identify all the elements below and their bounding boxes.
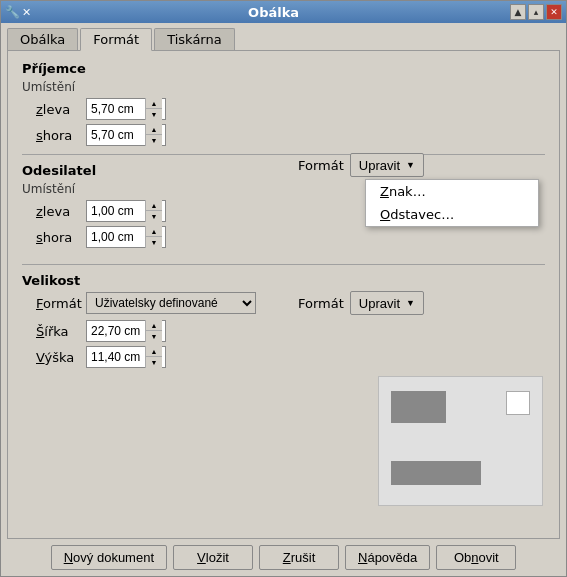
main-content: Příjemce Umístění zleva ▲ ▼ (7, 50, 560, 539)
tabs-bar: Obálka Formát Tiskárna (1, 23, 566, 50)
odesilatel-format-row: Formát Upravit ▼ (298, 291, 424, 315)
bottom-bar: Nový dokument Vložit Zrušit Nápověda Obn… (1, 539, 566, 576)
titlebar-buttons: ▲ ▴ ✕ (510, 4, 562, 20)
prijemce-shora-up[interactable]: ▲ (146, 124, 162, 135)
prijemce-shora-label: shora (36, 128, 86, 143)
velikost-vyska-spinbtns: ▲ ▼ (145, 346, 162, 368)
prijemce-format-row: Formát Upravit ▼ (298, 153, 424, 177)
titlebar: 🔧 ✕ Obálka ▲ ▴ ✕ (1, 1, 566, 23)
odesilatel-shora-input[interactable] (87, 227, 145, 247)
prijemce-section: Příjemce Umístění zleva ▲ ▼ (22, 61, 545, 146)
tab-obalka[interactable]: Obálka (7, 28, 78, 51)
nav-up-button[interactable]: ▲ (510, 4, 526, 20)
format-dropdown-menu: Znak… Odstavec… (365, 179, 539, 227)
prijemce-zleva-row: zleva ▲ ▼ (36, 98, 545, 120)
prijemce-format-btn-label: Upravit (359, 158, 400, 173)
envelope-recipient-box (391, 461, 481, 485)
divider-2 (22, 264, 545, 265)
prijemce-title: Příjemce (22, 61, 545, 76)
prijemce-format-arrow-icon: ▼ (406, 160, 415, 170)
envelope-stamp-box (506, 391, 530, 415)
velikost-sirka-row: Šířka ▲ ▼ (36, 320, 545, 342)
velikost-format-label: Formát (36, 296, 86, 311)
obnovit-label: Obnovit (454, 550, 499, 565)
odesilatel-shora-up[interactable]: ▲ (146, 226, 162, 237)
tab-tiskarna[interactable]: Tiskárna (154, 28, 235, 51)
velikost-sirka-input[interactable] (87, 321, 145, 341)
odesilatel-format-button[interactable]: Upravit ▼ (350, 291, 424, 315)
velikost-sirka-label: Šířka (36, 324, 86, 339)
window-icon-left: 🔧 (5, 5, 20, 19)
zrusit-button[interactable]: Zrušit (259, 545, 339, 570)
window-title: Obálka (37, 5, 510, 20)
odesilatel-zleva-down[interactable]: ▼ (146, 211, 162, 222)
velikost-vyska-label: Výška (36, 350, 86, 365)
velikost-format-row: Formát Uživatelsky definované DL C5 C4 (36, 292, 545, 314)
zrusit-label: Zrušit (283, 550, 316, 565)
prijemce-rows: zleva ▲ ▼ shora (36, 98, 545, 146)
odesilatel-title: Odesilatel (22, 163, 545, 178)
odesilatel-shora-spinbtns: ▲ ▼ (145, 226, 162, 248)
close-button[interactable]: ✕ (546, 4, 562, 20)
velikost-section: Velikost Formát Uživatelsky definované D… (22, 273, 545, 368)
velikost-sirka-spinbtns: ▲ ▼ (145, 320, 162, 342)
napoveda-button[interactable]: Nápověda (345, 545, 430, 570)
odesilatel-shora-down[interactable]: ▼ (146, 237, 162, 248)
envelope-preview (378, 376, 543, 506)
velikost-vyska-row: Výška ▲ ▼ (36, 346, 545, 368)
prijemce-shora-row: shora ▲ ▼ (36, 124, 545, 146)
odesilatel-zleva-up[interactable]: ▲ (146, 200, 162, 211)
velikost-vyska-down[interactable]: ▼ (146, 357, 162, 368)
velikost-title: Velikost (22, 273, 545, 288)
dropdown-item-znak[interactable]: Znak… (366, 180, 538, 203)
odesilatel-zleva-input[interactable] (87, 201, 145, 221)
odesilatel-shora-label: shora (36, 230, 86, 245)
prijemce-shora-spinbtns: ▲ ▼ (145, 124, 162, 146)
tab-tiskarna-label: Tiskárna (167, 32, 222, 47)
prijemce-zleva-down[interactable]: ▼ (146, 109, 162, 120)
envelope-sender-box (391, 391, 446, 423)
velikost-rows: Formát Uživatelsky definované DL C5 C4 Š… (36, 292, 545, 368)
vlozit-label: Vložit (197, 550, 229, 565)
velikost-sirka-down[interactable]: ▼ (146, 331, 162, 342)
velikost-vyska-input[interactable] (87, 347, 145, 367)
tab-format-label: Formát (93, 32, 139, 47)
dropdown-item-odstavec[interactable]: Odstavec… (366, 203, 538, 226)
velikost-sirka-up[interactable]: ▲ (146, 320, 162, 331)
prijemce-zleva-input[interactable] (87, 99, 145, 119)
prijemce-zleva-label: zleva (36, 102, 86, 117)
velikost-format-select[interactable]: Uživatelsky definované DL C5 C4 (86, 292, 256, 314)
prijemce-zleva-spinner[interactable]: ▲ ▼ (86, 98, 166, 120)
nav-up2-button[interactable]: ▴ (528, 4, 544, 20)
odesilatel-shora-row: shora ▲ ▼ (36, 226, 545, 248)
velikost-vyska-up[interactable]: ▲ (146, 346, 162, 357)
odesilatel-zleva-label: zleva (36, 204, 86, 219)
odesilatel-zleva-spinner[interactable]: ▲ ▼ (86, 200, 166, 222)
prijemce-zleva-spinbtns: ▲ ▼ (145, 98, 162, 120)
odesilatel-format-btn-label: Upravit (359, 296, 400, 311)
vlozit-button[interactable]: Vložit (173, 545, 253, 570)
novy-dokument-button[interactable]: Nový dokument (51, 545, 167, 570)
window: 🔧 ✕ Obálka ▲ ▴ ✕ Obálka Formát Tiskárna … (0, 0, 567, 577)
velikost-vyska-spinner[interactable]: ▲ ▼ (86, 346, 166, 368)
prijemce-shora-input[interactable] (87, 125, 145, 145)
prijemce-format-label: Formát (298, 158, 344, 173)
napoveda-label: Nápověda (358, 550, 417, 565)
prijemce-zleva-up[interactable]: ▲ (146, 98, 162, 109)
obnovit-button[interactable]: Obnovit (436, 545, 516, 570)
tab-obalka-label: Obálka (20, 32, 65, 47)
odesilatel-zleva-spinbtns: ▲ ▼ (145, 200, 162, 222)
prijemce-format-button[interactable]: Upravit ▼ (350, 153, 424, 177)
odesilatel-format-label: Formát (298, 296, 344, 311)
odesilatel-shora-spinner[interactable]: ▲ ▼ (86, 226, 166, 248)
divider-1 (22, 154, 545, 155)
prijemce-shora-spinner[interactable]: ▲ ▼ (86, 124, 166, 146)
window-icon-x: ✕ (22, 6, 31, 19)
novy-dokument-label: Nový dokument (64, 550, 154, 565)
prijemce-shora-down[interactable]: ▼ (146, 135, 162, 146)
velikost-sirka-spinner[interactable]: ▲ ▼ (86, 320, 166, 342)
tab-format[interactable]: Formát (80, 28, 152, 51)
prijemce-umisteni-label: Umístění (22, 80, 545, 94)
odesilatel-format-arrow-icon: ▼ (406, 298, 415, 308)
